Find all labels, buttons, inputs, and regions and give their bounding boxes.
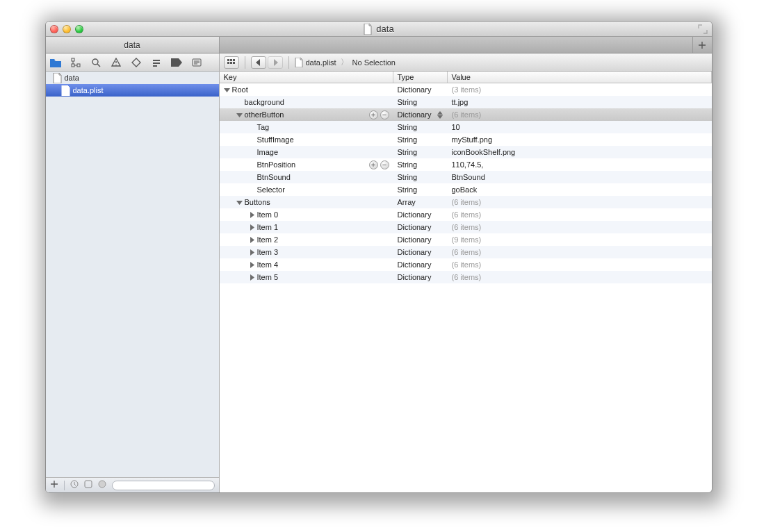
tab-label: data (124, 40, 140, 50)
remove-row-button[interactable]: − (380, 110, 389, 119)
plist-type-label: String (398, 185, 418, 194)
issue-navigator-icon[interactable] (111, 57, 122, 68)
plist-type-label: Dictionary (398, 260, 432, 269)
navigator-row[interactable]: data (46, 72, 219, 84)
disclosure-triangle-icon (249, 124, 256, 131)
add-button[interactable] (50, 480, 58, 490)
disclosure-triangle-icon[interactable] (249, 261, 256, 268)
plist-type-label: String (398, 98, 418, 106)
new-tab-button[interactable] (692, 37, 712, 53)
disclosure-triangle-icon[interactable] (249, 224, 256, 231)
scm-filter-icon[interactable] (84, 480, 92, 490)
plist-value-label: BtnSound (448, 173, 712, 181)
plist-row[interactable]: SelectorStringgoBack (220, 183, 712, 196)
plist-type-label: Dictionary (398, 223, 432, 231)
plist-row[interactable]: ButtonsArray(6 items) (220, 196, 712, 208)
plist-row[interactable]: otherButton+−Dictionary(6 items) (220, 108, 712, 121)
disclosure-triangle-icon[interactable] (249, 236, 256, 243)
disclosure-triangle-icon[interactable] (236, 111, 243, 118)
plist-type-label: Array (398, 198, 416, 206)
navigator-selector-bar (46, 53, 219, 72)
svg-point-8 (71, 481, 78, 488)
test-navigator-icon[interactable] (131, 57, 142, 68)
column-header-type[interactable]: Type (393, 72, 448, 83)
plist-row[interactable]: TagString10 (220, 121, 712, 133)
jump-bar: data.plist 〉 No Selection (220, 53, 712, 72)
disclosure-triangle-icon (249, 186, 256, 193)
file-icon (295, 58, 303, 67)
disclosure-triangle-icon[interactable] (249, 211, 256, 218)
plist-row[interactable]: Item 4Dictionary(6 items) (220, 258, 712, 271)
disclosure-triangle-icon (249, 136, 256, 143)
file-icon (61, 85, 70, 96)
forward-button[interactable] (268, 56, 283, 69)
plist-key-label: Item 0 (257, 210, 279, 219)
plist-type-label: String (398, 148, 418, 156)
svg-rect-0 (72, 58, 74, 61)
plist-value-label: (9 items) (448, 235, 712, 244)
plist-row[interactable]: Item 0Dictionary(6 items) (220, 208, 712, 221)
saved-filter-icon[interactable] (98, 480, 106, 490)
plist-key-label: background (245, 98, 285, 106)
navigator-outline[interactable]: datadata.plist (46, 72, 219, 477)
plist-key-label: Item 5 (257, 273, 279, 281)
jump-bar-selection[interactable]: No Selection (352, 58, 396, 67)
plist-key-label: StuffImage (257, 135, 294, 144)
svg-rect-6 (153, 65, 157, 67)
plist-row[interactable]: Item 3Dictionary(6 items) (220, 246, 712, 258)
search-navigator-icon[interactable] (90, 57, 101, 68)
navigator-filter-field[interactable] (112, 481, 215, 490)
remove-row-button[interactable]: − (380, 160, 389, 169)
file-icon (363, 24, 373, 35)
plist-row[interactable]: BtnSoundStringBtnSound (220, 171, 712, 183)
close-window-button[interactable] (50, 25, 58, 33)
disclosure-triangle-icon[interactable] (236, 199, 243, 206)
plist-value-label: (6 items) (448, 273, 712, 281)
symbol-navigator-icon[interactable] (70, 57, 81, 68)
disclosure-triangle-icon[interactable] (249, 249, 256, 256)
plist-row[interactable]: RootDictionary(3 items) (220, 83, 712, 96)
disclosure-triangle-icon (249, 174, 256, 181)
breakpoint-navigator-icon[interactable] (171, 57, 182, 68)
plist-row[interactable]: Item 1Dictionary(6 items) (220, 221, 712, 233)
column-header-value[interactable]: Value (448, 72, 712, 83)
type-stepper[interactable] (437, 111, 443, 119)
minimize-window-button[interactable] (63, 25, 71, 33)
recent-filter-icon[interactable] (70, 480, 79, 490)
add-row-button[interactable]: + (369, 160, 378, 169)
fullscreen-icon[interactable] (698, 24, 708, 34)
disclosure-triangle-icon[interactable] (249, 274, 256, 281)
navigator-row[interactable]: data.plist (46, 84, 219, 97)
jump-bar-selection-label: No Selection (352, 58, 396, 67)
disclosure-triangle-icon (249, 149, 256, 156)
log-navigator-icon[interactable] (191, 57, 202, 68)
back-button[interactable] (251, 56, 266, 69)
svg-rect-4 (153, 60, 160, 61)
disclosure-triangle-icon[interactable] (224, 86, 231, 93)
plist-type-label: Dictionary (398, 248, 432, 256)
plist-row[interactable]: Item 5Dictionary(6 items) (220, 271, 712, 283)
zoom-window-button[interactable] (75, 25, 83, 33)
debug-navigator-icon[interactable] (151, 57, 162, 68)
plist-value-label: (6 items) (448, 210, 712, 219)
file-icon (53, 73, 62, 83)
plist-table[interactable]: RootDictionary(3 items)backgroundStringt… (220, 83, 712, 492)
plist-type-label: Dictionary (398, 85, 432, 94)
plist-row[interactable]: backgroundStringtt.jpg (220, 96, 712, 108)
plist-value-label: (6 items) (448, 110, 712, 119)
editor-area: data.plist 〉 No Selection Key Type Value… (220, 53, 712, 492)
plist-row[interactable]: BtnPosition+−String110,74.5, (220, 158, 712, 171)
plist-value-label: (3 items) (448, 85, 712, 94)
plist-row[interactable]: ImageStringiconBookShelf.png (220, 146, 712, 158)
plist-type-label: Dictionary (398, 210, 432, 219)
plist-row[interactable]: StuffImageStringmyStuff.png (220, 133, 712, 146)
tab-data[interactable]: data (46, 37, 220, 53)
related-items-button[interactable] (224, 56, 239, 69)
jump-bar-file[interactable]: data.plist (295, 58, 336, 67)
add-row-button[interactable]: + (369, 110, 378, 119)
window-title-text: data (376, 24, 393, 34)
plist-row[interactable]: Item 2Dictionary(9 items) (220, 233, 712, 246)
column-header-key[interactable]: Key (220, 72, 393, 83)
plist-value-label: myStuff.png (448, 135, 712, 144)
project-navigator-icon[interactable] (50, 57, 61, 68)
